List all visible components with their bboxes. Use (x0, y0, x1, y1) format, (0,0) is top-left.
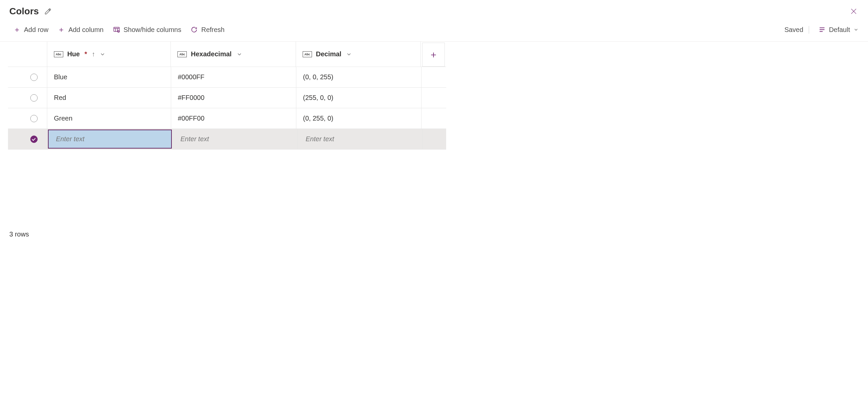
add-column-plus-button[interactable]: ＋ (422, 42, 445, 67)
dec-input[interactable] (304, 130, 416, 149)
table-row: Red #FF0000 (255, 0, 0) (8, 88, 446, 108)
row-select-radio[interactable] (30, 94, 38, 101)
refresh-button[interactable]: Refresh (189, 25, 226, 34)
svg-rect-0 (114, 27, 120, 32)
edit-title-icon[interactable] (44, 8, 52, 15)
title-bar: Colors (0, 0, 868, 19)
add-row-button[interactable]: ＋ Add row (12, 24, 50, 35)
hex-input[interactable] (179, 130, 291, 149)
column-header-hexadecimal[interactable]: Abc Hexadecimal (171, 41, 296, 67)
chevron-down-icon (854, 27, 859, 32)
column-label: Hexadecimal (191, 50, 231, 58)
sort-asc-icon: ↑ (92, 50, 95, 58)
cell-hue[interactable]: Green (47, 108, 171, 128)
columns-icon (113, 26, 120, 33)
cell-dec[interactable]: (0, 0, 255) (296, 67, 422, 87)
required-indicator: * (85, 50, 87, 58)
chevron-down-icon[interactable] (237, 51, 242, 57)
chevron-down-icon[interactable] (99, 51, 105, 57)
grid-header: Abc Hue * ↑ Abc Hexadecimal Abc (8, 41, 446, 67)
cell-hex[interactable]: #FF0000 (171, 88, 296, 108)
show-hide-columns-button[interactable]: Show/hide columns (112, 25, 182, 34)
plus-icon: ＋ (58, 25, 65, 35)
text-type-icon: Abc (54, 51, 63, 57)
table-row: Green #00FF00 (0, 255, 0) (8, 108, 446, 129)
show-hide-label: Show/hide columns (124, 26, 181, 34)
column-header-decimal[interactable]: Abc Decimal (296, 41, 421, 67)
toolbar: ＋ Add row ＋ Add column Show/hide columns… (0, 19, 868, 41)
cell-hue[interactable]: Blue (47, 67, 171, 87)
text-type-icon: Abc (303, 51, 312, 57)
close-icon[interactable] (849, 6, 859, 16)
select-all-column[interactable] (8, 41, 47, 67)
new-row (8, 129, 446, 149)
new-cell-hex[interactable] (173, 129, 298, 149)
cell-dec[interactable]: (255, 0, 0) (296, 88, 422, 108)
add-row-label: Add row (24, 26, 48, 34)
add-column-button[interactable]: ＋ Add column (56, 24, 105, 35)
view-list-icon (818, 26, 826, 33)
saved-status: Saved (784, 26, 809, 34)
refresh-icon (190, 26, 198, 33)
plus-icon: ＋ (13, 25, 21, 35)
data-grid: Abc Hue * ↑ Abc Hexadecimal Abc (0, 41, 446, 149)
app-root: Colors ＋ Add row ＋ Add column (0, 0, 868, 149)
column-label: Decimal (316, 50, 342, 58)
view-selector[interactable]: Default (818, 26, 859, 34)
add-column-label: Add column (68, 26, 103, 34)
view-name: Default (829, 26, 850, 34)
cell-hue[interactable]: Red (47, 88, 171, 108)
column-label: Hue (67, 50, 80, 58)
cell-hex[interactable]: #00FF00 (171, 108, 296, 128)
text-type-icon: Abc (178, 51, 187, 57)
row-select-radio[interactable] (30, 136, 38, 143)
hue-input[interactable] (55, 130, 165, 149)
table-row: Blue #0000FF (0, 0, 255) (8, 67, 446, 88)
cell-hex[interactable]: #0000FF (171, 67, 296, 87)
new-cell-hue[interactable] (48, 129, 172, 149)
refresh-label: Refresh (201, 26, 224, 34)
row-select-radio[interactable] (30, 115, 38, 122)
cell-dec[interactable]: (0, 255, 0) (296, 108, 422, 128)
chevron-down-icon[interactable] (346, 51, 352, 57)
row-select-radio[interactable] (30, 74, 38, 81)
page-title: Colors (9, 6, 39, 17)
new-cell-dec[interactable] (298, 129, 423, 149)
column-header-hue[interactable]: Abc Hue * ↑ (47, 41, 171, 67)
